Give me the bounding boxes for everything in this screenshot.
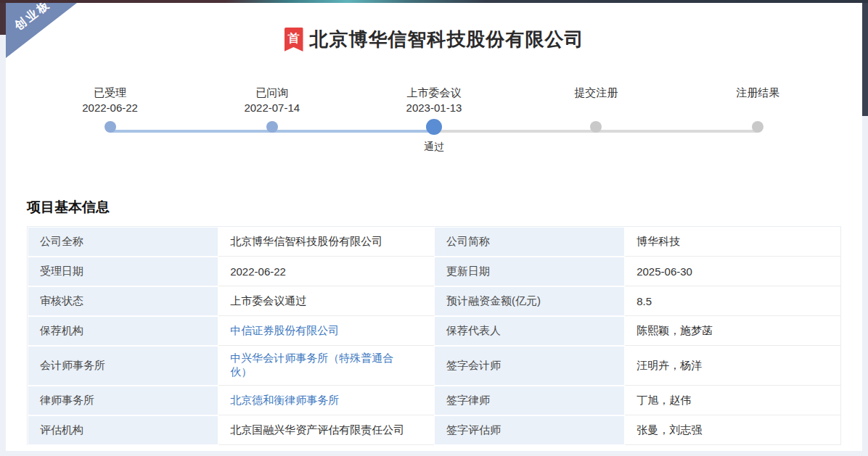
value-update-date: 2025-06-30 xyxy=(625,257,840,286)
label-company-full-name: 公司全称 xyxy=(28,227,218,257)
step-date: 2022-06-22 xyxy=(82,100,138,115)
timeline-step-committee-meeting: 上市委会议 2023-01-13 通过 xyxy=(353,85,515,155)
timeline-step-accepted: 已受理 2022-06-22 xyxy=(29,85,191,155)
step-name: 注册结果 xyxy=(736,85,779,100)
table-row: 会计师事务所 中兴华会计师事务所（特殊普通合伙） 签字会计师 汪明卉，杨洋 xyxy=(28,346,840,386)
label-company-short-name: 公司简称 xyxy=(434,227,625,257)
timeline-step-inquired: 已问询 2022-07-14 xyxy=(191,85,353,155)
link-sponsor[interactable]: 中信证券股份有限公司 xyxy=(218,316,434,346)
value-company-full-name: 北京博华信智科技股份有限公司 xyxy=(218,227,434,257)
table-row: 评估机构 北京国融兴华资产评估有限责任公司 签字评估师 张曼，刘志强 xyxy=(28,415,840,445)
value-planned-funding: 8.5 xyxy=(625,286,840,316)
section-title-basic-info: 项目基本信息 xyxy=(27,198,841,217)
label-signing-lawyers: 签字律师 xyxy=(434,386,625,415)
background-gutter-right xyxy=(862,3,868,116)
value-signing-accountants: 汪明卉，杨洋 xyxy=(625,346,840,386)
link-accounting-firm[interactable]: 中兴华会计师事务所（特殊普通合伙） xyxy=(218,346,434,386)
table-row: 保荐机构 中信证券股份有限公司 保荐代表人 陈熙颖，施梦菡 xyxy=(28,316,840,346)
step-name: 已问询 xyxy=(255,85,288,100)
label-law-firm: 律师事务所 xyxy=(28,386,218,415)
first-issue-badge-icon: 首 xyxy=(284,28,303,51)
timeline-dot xyxy=(590,121,602,133)
label-sponsor-representatives: 保荐代表人 xyxy=(434,316,625,346)
value-appraisal-agency: 北京国融兴华资产评估有限责任公司 xyxy=(218,415,434,445)
step-date: 2023-01-13 xyxy=(406,100,462,115)
label-review-status: 审核状态 xyxy=(28,286,218,316)
timeline-dot xyxy=(266,121,278,133)
step-name: 已受理 xyxy=(94,85,126,100)
content-card: 创业板 首 北京博华信智科技股份有限公司 已受理 2022-06-22 已问询 … xyxy=(6,3,862,451)
label-signing-appraisers: 签字评估师 xyxy=(434,415,625,445)
label-appraisal-agency: 评估机构 xyxy=(28,415,218,445)
basic-info-table: 公司全称 北京博华信智科技股份有限公司 公司简称 博华科技 受理日期 2022-… xyxy=(27,226,841,445)
step-date: 2022-07-14 xyxy=(244,100,300,115)
page-header: 首 北京博华信智科技股份有限公司 xyxy=(6,27,862,52)
label-signing-accountants: 签字会计师 xyxy=(434,346,625,386)
timeline-dot-active xyxy=(426,119,442,135)
table-row: 受理日期 2022-06-22 更新日期 2025-06-30 xyxy=(28,257,840,286)
timeline-dot xyxy=(105,121,116,133)
value-review-status: 上市委会议通过 xyxy=(218,286,434,316)
value-company-short-name: 博华科技 xyxy=(625,227,840,257)
value-signing-appraisers: 张曼，刘志强 xyxy=(625,415,840,445)
value-sponsor-representatives: 陈熙颖，施梦菡 xyxy=(625,316,840,346)
value-acceptance-date: 2022-06-22 xyxy=(218,257,434,286)
timeline-dot xyxy=(752,121,763,133)
timeline-step-registration-result: 注册结果 xyxy=(677,85,839,155)
link-law-firm[interactable]: 北京德和衡律师事务所 xyxy=(218,386,434,415)
label-update-date: 更新日期 xyxy=(434,257,625,286)
table-row: 公司全称 北京博华信智科技股份有限公司 公司简称 博华科技 xyxy=(28,227,840,257)
timeline-step-submit-registration: 提交注册 xyxy=(515,85,677,155)
label-sponsor: 保荐机构 xyxy=(28,316,218,346)
table-row: 律师事务所 北京德和衡律师事务所 签字律师 丁旭，赵伟 xyxy=(28,386,840,415)
background-gutter-left xyxy=(0,3,6,35)
label-accounting-firm: 会计师事务所 xyxy=(28,346,218,386)
review-status-timeline: 已受理 2022-06-22 已问询 2022-07-14 上市委会议 2023… xyxy=(29,85,839,165)
label-acceptance-date: 受理日期 xyxy=(28,257,218,286)
value-signing-lawyers: 丁旭，赵伟 xyxy=(625,386,840,415)
page-title: 北京博华信智科技股份有限公司 xyxy=(310,27,584,52)
label-planned-funding: 预计融资金额(亿元) xyxy=(434,286,625,316)
step-name: 上市委会议 xyxy=(406,85,461,100)
step-name: 提交注册 xyxy=(574,85,618,100)
step-result-note: 通过 xyxy=(424,141,444,155)
table-row: 审核状态 上市委会议通过 预计融资金额(亿元) 8.5 xyxy=(28,286,840,316)
